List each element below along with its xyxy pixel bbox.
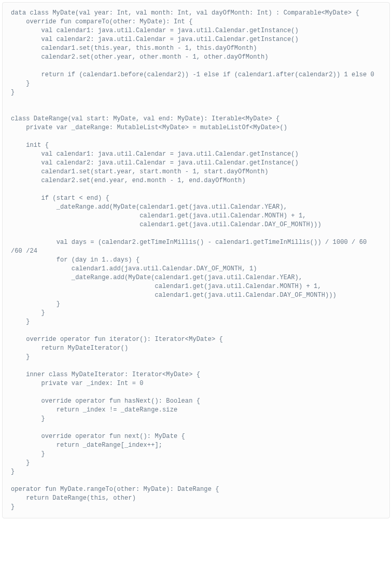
code-snippet[interactable]: data class MyDate(val year: Int, val mon… xyxy=(11,9,381,512)
code-block-container: data class MyDate(val year: Int, val mon… xyxy=(2,2,390,518)
